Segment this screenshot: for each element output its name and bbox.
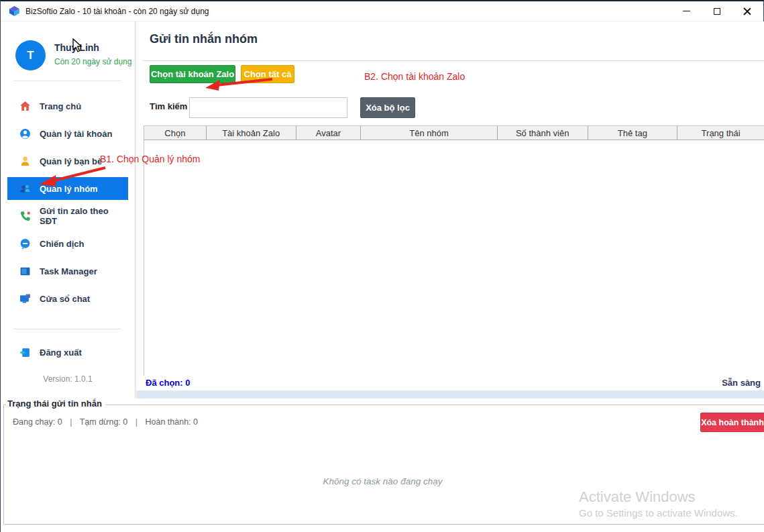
main-content: Gửi tin nhắn nhóm Chọn tài khoản Zalo Ch… [136, 21, 764, 398]
chat-window-icon [19, 293, 31, 305]
sidebar-item-campaigns[interactable]: Chiến dịch [7, 232, 128, 255]
maximize-icon [714, 8, 720, 15]
sidebar-item-label: Quản lý tài khoản [40, 129, 112, 139]
divider [14, 81, 121, 81]
minimize-button[interactable] [671, 1, 702, 21]
minimize-icon [683, 11, 690, 11]
sidebar-item-label: Chiến dịch [40, 239, 84, 249]
sidebar-item-send-by-phone[interactable]: Gửi tin zalo theo SĐT [7, 205, 128, 227]
window-controls [671, 1, 762, 21]
separator: | [135, 417, 138, 427]
phone-icon [19, 211, 31, 222]
logout-button[interactable]: Đăng xuất [7, 341, 128, 364]
column-header-tag[interactable]: Thẻ tag [588, 126, 678, 140]
divider [14, 329, 121, 329]
window-title: BizSoftio Zalo - 10 tài khoản - còn 20 n… [25, 7, 209, 16]
table-status-row: Đã chọn: 0 Sẵn sàng [144, 376, 764, 390]
friends-icon [19, 156, 31, 167]
page-title: Gửi tin nhắn nhóm [150, 32, 258, 46]
sidebar-item-label: Gửi tin zalo theo SĐT [40, 206, 128, 226]
campaign-icon [19, 238, 31, 250]
account-icon [19, 128, 31, 140]
sidebar: T Thuy Linh Còn 20 ngày sử dụng Trang ch… [1, 21, 135, 398]
activate-windows-watermark: Activate Windows [579, 488, 696, 506]
empty-task-message: Không có task nào đang chạy [1, 476, 764, 486]
task-monitor-icon [19, 266, 31, 277]
annotation-b1: B1. Chọn Quản lý nhóm [100, 154, 200, 164]
version-label: Version: 1.0.1 [1, 374, 135, 384]
ready-status: Sẵn sàng [722, 378, 761, 388]
table-body-empty [144, 140, 764, 376]
column-header-account[interactable]: Tài khoản Zalo [207, 126, 296, 140]
groups-table: Chọn Tài khoản Zalo Avatar Tên nhóm Số t… [144, 125, 764, 376]
main-footer-strip [136, 390, 764, 398]
b1-arrow [36, 164, 113, 191]
task-stats: Đang chạy: 0 | Tạm dừng: 0 | Hoàn thành:… [13, 417, 198, 427]
divider [142, 60, 764, 61]
column-header-status[interactable]: Trạng thái [677, 126, 764, 140]
sidebar-item-accounts[interactable]: Quản lý tài khoản [7, 122, 128, 145]
column-header-members[interactable]: Số thành viên [498, 126, 588, 140]
task-status-title: Trạng thái gửi tin nhắn [6, 398, 106, 409]
sidebar-item-home[interactable]: Trang chủ [7, 95, 128, 117]
column-header-group-name[interactable]: Tên nhóm [361, 126, 498, 140]
search-label: Tìm kiếm [150, 101, 187, 111]
close-icon [743, 7, 751, 15]
column-header-avatar[interactable]: Avatar [296, 126, 362, 140]
sidebar-item-label: Cửa sổ chat [40, 294, 90, 304]
sidebar-item-label: Trang chủ [40, 101, 81, 111]
activate-windows-subtext: Go to Settings to activate Windows. [579, 507, 738, 519]
sidebar-item-chat-window[interactable]: Cửa sổ chat [7, 287, 128, 310]
home-icon [19, 101, 31, 112]
selected-count: Đã chọn: 0 [146, 378, 190, 388]
clear-completed-button[interactable]: Xóa hoàn thành [700, 413, 764, 432]
group-icon [19, 183, 31, 195]
logout-label: Đăng xuất [40, 348, 82, 358]
completed-count: Hoàn thành: 0 [145, 417, 198, 427]
task-status-panel: Trạng thái gửi tin nhắn Đang chạy: 0 | T… [1, 398, 764, 532]
running-count: Đang chạy: 0 [13, 417, 62, 427]
sidebar-item-task-manager[interactable]: Task Manager [7, 260, 128, 282]
mouse-cursor-icon [72, 38, 85, 53]
logout-icon [19, 347, 31, 358]
table-header-row: Chọn Tài khoản Zalo Avatar Tên nhóm Số t… [144, 126, 764, 140]
sidebar-item-label: Task Manager [40, 266, 97, 276]
clear-filter-button[interactable]: Xóa bộ lọc [360, 97, 415, 118]
separator: | [70, 417, 72, 427]
app-window: BizSoftio Zalo - 10 tài khoản - còn 20 n… [0, 0, 764, 532]
b2-arrow [200, 74, 280, 95]
titlebar: BizSoftio Zalo - 10 tài khoản - còn 20 n… [1, 1, 763, 21]
annotation-b2: B2. Chọn tài khoản Zalo [364, 71, 465, 82]
close-button[interactable] [732, 1, 762, 21]
subscription-days: Còn 20 ngày sử dụng [54, 57, 131, 66]
avatar[interactable]: T [15, 40, 46, 70]
maximize-button[interactable] [702, 1, 732, 21]
app-logo-icon [9, 5, 20, 17]
search-input[interactable] [189, 97, 347, 118]
paused-count: Tạm dừng: 0 [80, 417, 128, 427]
column-header-select[interactable]: Chọn [144, 126, 207, 140]
